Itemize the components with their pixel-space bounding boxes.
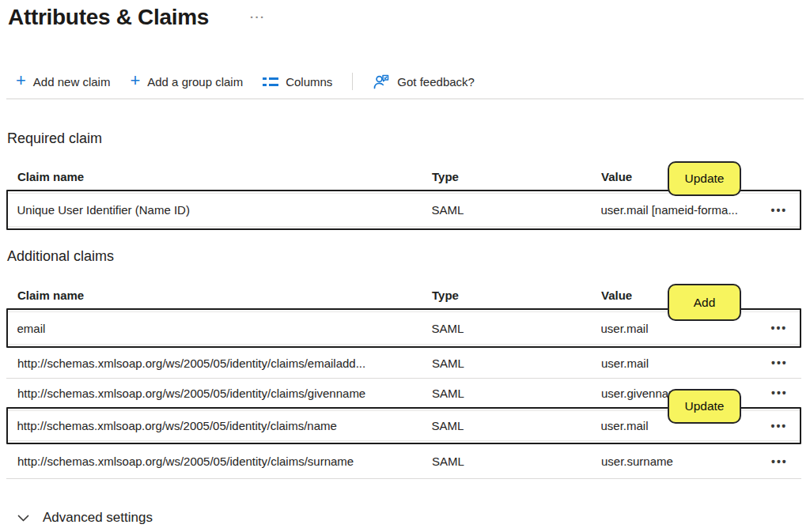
table-row-emailaddress[interactable]: http://schemas.xmlsoap.org/ws/2005/05/id… bbox=[6, 348, 801, 379]
column-header-type: Type bbox=[432, 289, 601, 302]
claim-name-cell: http://schemas.xmlsoap.org/ws/2005/05/id… bbox=[17, 387, 432, 400]
claim-name-cell: email bbox=[17, 322, 432, 335]
more-options-icon[interactable]: ••• bbox=[771, 324, 788, 332]
got-feedback-button[interactable]: Got feedback? bbox=[373, 73, 475, 90]
value-cell: user.mail bbox=[601, 322, 771, 335]
add-group-claim-button[interactable]: + Add a group claim bbox=[130, 75, 243, 89]
advanced-settings-label: Advanced settings bbox=[43, 510, 153, 526]
command-bar: + Add new claim + Add a group claim Colu… bbox=[16, 69, 475, 94]
annotation-update-name-claim: Update bbox=[668, 389, 741, 424]
annotation-update-required-claim: Update bbox=[668, 161, 741, 196]
claim-name-cell: http://schemas.xmlsoap.org/ws/2005/05/id… bbox=[17, 455, 432, 468]
more-options-icon[interactable]: ••• bbox=[771, 359, 788, 367]
type-cell: SAML bbox=[432, 203, 601, 217]
more-options-icon[interactable]: ••• bbox=[771, 206, 788, 214]
required-claim-section-title: Required claim bbox=[7, 130, 102, 147]
claim-name-cell: http://schemas.xmlsoap.org/ws/2005/05/id… bbox=[17, 419, 432, 432]
type-cell: SAML bbox=[432, 455, 601, 468]
more-options-icon[interactable]: ••• bbox=[771, 422, 788, 430]
add-new-claim-button[interactable]: + Add new claim bbox=[16, 75, 110, 89]
value-cell: user.surname bbox=[601, 455, 771, 468]
type-cell: SAML bbox=[432, 322, 601, 335]
column-header-claim-name: Claim name bbox=[17, 170, 432, 183]
annotation-add-email-claim: Add bbox=[668, 284, 741, 321]
page-title: Attributes & Claims bbox=[8, 5, 209, 30]
more-options-icon[interactable]: ••• bbox=[771, 458, 788, 466]
attributes-claims-page: Attributes & Claims ··· + Add new claim … bbox=[0, 0, 810, 532]
value-cell: user.mail [nameid-forma... bbox=[601, 203, 771, 217]
claim-name-cell: http://schemas.xmlsoap.org/ws/2005/05/id… bbox=[17, 357, 432, 370]
claim-name-cell: Unique User Identifier (Name ID) bbox=[17, 203, 432, 217]
title-more-menu-icon[interactable]: ··· bbox=[250, 10, 266, 24]
toolbar-separator bbox=[6, 98, 804, 100]
value-cell: user.mail bbox=[601, 357, 771, 370]
chevron-down-icon bbox=[17, 515, 29, 522]
got-feedback-label: Got feedback? bbox=[397, 75, 475, 89]
type-cell: SAML bbox=[432, 357, 601, 370]
columns-button[interactable]: Columns bbox=[263, 75, 332, 89]
feedback-icon bbox=[373, 73, 390, 90]
add-group-claim-label: Add a group claim bbox=[147, 75, 243, 89]
type-cell: SAML bbox=[432, 387, 601, 400]
type-cell: SAML bbox=[432, 419, 601, 432]
toolbar-divider bbox=[352, 73, 353, 90]
add-icon: + bbox=[130, 73, 140, 89]
column-header-claim-name: Claim name bbox=[17, 289, 432, 302]
additional-claims-section-title: Additional claims bbox=[7, 248, 114, 265]
advanced-settings-expander[interactable]: Advanced settings bbox=[17, 507, 153, 529]
columns-label: Columns bbox=[286, 75, 332, 89]
column-header-type: Type bbox=[432, 170, 601, 183]
columns-icon bbox=[263, 77, 278, 86]
table-row-surname[interactable]: http://schemas.xmlsoap.org/ws/2005/05/id… bbox=[6, 444, 801, 479]
add-icon: + bbox=[16, 73, 26, 89]
add-new-claim-label: Add new claim bbox=[33, 75, 111, 89]
more-options-icon[interactable]: ••• bbox=[771, 389, 788, 397]
